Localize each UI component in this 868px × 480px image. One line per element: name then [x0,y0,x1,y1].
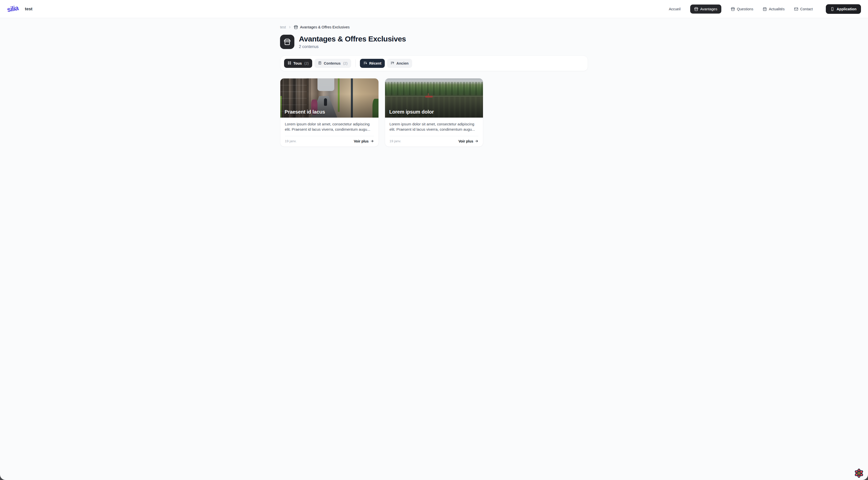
storefront-icon [731,7,735,11]
atom-flower-icon [853,468,865,479]
page-icon-tile [280,35,294,49]
sort-button-label: Récent [369,61,381,65]
card-body: Lorem ipsum dolor sit amet, consectetur … [385,118,483,147]
document-icon [318,61,322,66]
nav-item-label: Accueil [669,7,681,11]
sort-desc-icon [364,61,367,66]
storefront-icon [694,7,698,11]
smartphone-icon [830,7,834,11]
grid-dots-icon [287,61,291,66]
sort-button-ancien[interactable]: Ancien [387,59,412,68]
page-title: Avantages & Offres Exclusives [299,35,406,43]
brand: silia test [7,5,32,13]
card-title: Praesent id lacus [285,109,325,115]
voir-plus-label: Voir plus [458,139,473,143]
card-footer: 19 janv. Voir plus [390,136,479,143]
nav-item-avantages[interactable]: Avantages [690,4,721,13]
tanstack-devtools-button[interactable] [853,468,865,479]
nav-item-label: Contact [800,7,813,11]
calendar-icon [763,7,767,11]
nav-item-accueil[interactable]: Accueil [669,7,681,11]
card-date: 19 janv. [390,139,401,143]
filter-tab-count: (2) [343,61,348,65]
nav-item-questions[interactable]: Questions [731,7,753,11]
silia-logo[interactable]: silia [6,4,19,13]
page-header-text: Avantages & Offres Exclusives 2 contenus [299,35,406,49]
arrow-right-icon [475,139,478,143]
sort-asc-icon [391,61,394,66]
card-title: Lorem ipsum dolor [389,109,434,115]
breadcrumb-root-link[interactable]: test [280,25,286,29]
app-viewport: silia test Accueil Avantages Questions [0,0,868,480]
card-date: 19 janv. [285,139,297,143]
site-name: test [25,6,32,11]
filter-tab-contenus[interactable]: Contenus (2) [314,59,351,68]
sort-button-label: Ancien [396,61,408,65]
nav-item-actualites[interactable]: Actualités [763,7,785,11]
mail-icon [794,7,798,11]
main-content: test Avantages & Offres Exclusives Avant… [280,25,588,147]
page-header: Avantages & Offres Exclusives 2 contenus [280,35,588,49]
nav-item-label: Avantages [700,7,717,11]
breadcrumb-current-label: Avantages & Offres Exclusives [300,25,350,29]
application-button[interactable]: Application [826,4,861,14]
main-nav: Accueil Avantages Questions Actualités [669,4,861,14]
voir-plus-link[interactable]: Voir plus [354,139,374,143]
card-image-street-scene: Praesent id lacus [280,79,378,118]
filter-tab-count: (2) [304,61,309,65]
filter-bar: Tous (2) Contenus (2) Récent [280,56,588,71]
content-card-lorem-ipsum-dolor[interactable]: Lorem ipsum dolor Lorem ipsum dolor sit … [385,78,484,147]
voir-plus-link[interactable]: Voir plus [458,139,478,143]
nav-item-label: Questions [737,7,753,11]
chevron-right-icon [288,25,291,29]
filter-tab-label: Tous [293,61,302,65]
voir-plus-label: Voir plus [354,139,369,143]
top-navbar: silia test Accueil Avantages Questions [0,0,868,18]
page-subtitle: 2 contenus [299,44,406,49]
application-button-label: Application [837,7,857,11]
content-card-praesent-id-lacus[interactable]: Praesent id lacus Lorem ipsum dolor sit … [280,78,379,147]
storefront-icon [284,38,290,45]
content-card-grid: Praesent id lacus Lorem ipsum dolor sit … [280,78,588,147]
card-excerpt: Lorem ipsum dolor sit amet, consectetur … [390,121,479,132]
card-footer: 19 janv. Voir plus [285,136,374,143]
nav-item-contact[interactable]: Contact [794,7,813,11]
filter-tab-tous[interactable]: Tous (2) [284,59,312,68]
card-excerpt: Lorem ipsum dolor sit amet, consectetur … [285,121,374,132]
arrow-right-icon [370,139,374,143]
nav-item-label: Actualités [769,7,785,11]
breadcrumb-current: Avantages & Offres Exclusives [294,25,350,29]
card-body: Lorem ipsum dolor sit amet, consectetur … [280,118,378,147]
card-image-swamp-scene: Lorem ipsum dolor [385,79,483,118]
sort-button-recent[interactable]: Récent [360,59,385,68]
breadcrumb: test Avantages & Offres Exclusives [280,25,588,29]
storefront-icon [294,25,298,29]
filter-tab-label: Contenus [324,61,341,65]
